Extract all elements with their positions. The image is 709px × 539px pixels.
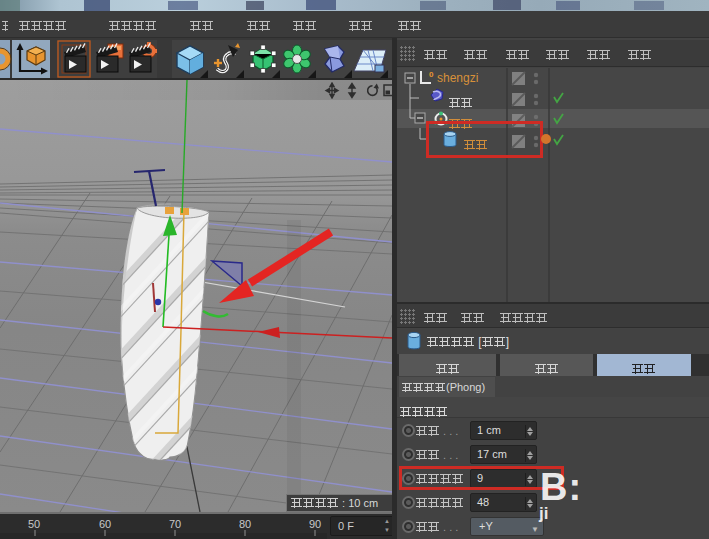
svg-text:0: 0 — [429, 70, 434, 79]
